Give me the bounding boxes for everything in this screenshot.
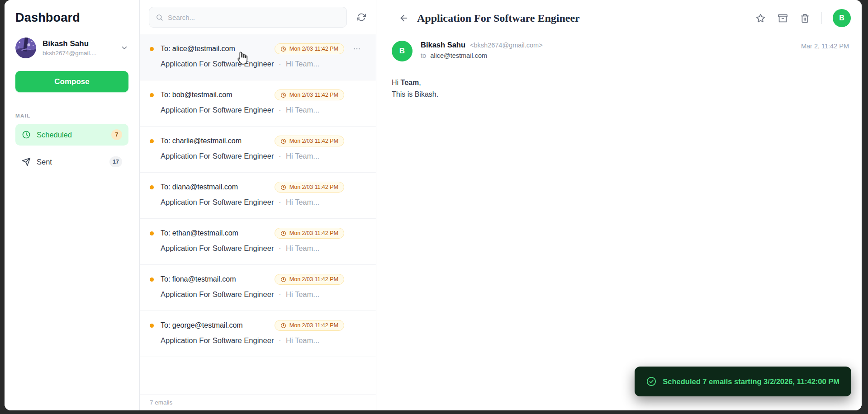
back-button[interactable] (398, 12, 410, 24)
sidebar-item-scheduled[interactable]: Scheduled 7 (15, 124, 128, 146)
email-row-line2: Application For Software Engineer · Hi T… (150, 290, 370, 299)
email-list-item[interactable]: To: alice@testmail.com Mon 2/03 11:42 PM… (140, 34, 376, 80)
star-button[interactable] (755, 13, 766, 24)
email-list: To: alice@testmail.com Mon 2/03 11:42 PM… (140, 34, 376, 395)
email-row-line1: To: charlie@testmail.com Mon 2/03 11:42 … (150, 136, 370, 146)
email-preview: Hi Team... (286, 60, 319, 68)
scheduled-time: Mon 2/03 11:42 PM (289, 276, 338, 282)
scheduled-dot-icon (150, 139, 154, 143)
email-recipient: To: charlie@testmail.com (161, 137, 242, 145)
body-line: This is Bikash. (392, 89, 849, 100)
scheduled-time: Mon 2/03 11:42 PM (289, 138, 338, 144)
email-subject: Application For Software Engineer (161, 198, 274, 206)
email-list-item[interactable]: To: diana@testmail.com Mon 2/03 11:42 PM… (140, 173, 376, 219)
refresh-icon (357, 13, 366, 22)
divider (821, 12, 822, 24)
compose-button[interactable]: Compose (15, 71, 128, 92)
scheduled-dot-icon (150, 324, 154, 328)
trash-icon (800, 14, 810, 23)
email-list-item[interactable]: To: george@testmail.com Mon 2/03 11:42 P… (140, 311, 376, 357)
scheduled-dot-icon (150, 278, 154, 282)
email-list-item[interactable]: To: fiona@testmail.com Mon 2/03 11:42 PM… (140, 265, 376, 311)
email-row-line2: Application For Software Engineer · Hi T… (150, 336, 370, 345)
email-row-line1: To: diana@testmail.com Mon 2/03 11:42 PM (150, 182, 370, 193)
body-greeting: Hi Team, (392, 77, 849, 89)
clock-icon (280, 231, 286, 236)
clock-icon (280, 184, 286, 190)
to-prefix: to (421, 52, 426, 59)
separator-dot: · (279, 290, 281, 298)
arrow-left-icon (399, 13, 409, 23)
scheduled-time-badge: Mon 2/03 11:42 PM (275, 274, 344, 285)
email-subject: Application For Software Engineer (161, 106, 274, 114)
email-row-line2: Application For Software Engineer · Hi T… (150, 152, 370, 160)
scheduled-time-badge: Mon 2/03 11:42 PM (275, 136, 344, 146)
star-icon (756, 14, 765, 23)
toast-notification: Scheduled 7 emails starting 3/2/2026, 11… (635, 367, 851, 396)
ellipsis-icon (353, 45, 361, 53)
mail-subject-title: Application For Software Engineer (417, 12, 580, 24)
email-row-line1: To: ethan@testmail.com Mon 2/03 11:42 PM (150, 228, 370, 239)
email-preview: Hi Team... (286, 106, 319, 114)
separator-dot: · (279, 198, 281, 206)
search-box (149, 7, 347, 28)
header-actions: B (755, 9, 851, 27)
sender-name: Bikash Sahu (421, 41, 465, 49)
email-subject: Application For Software Engineer (161, 152, 274, 160)
sidebar-item-label: Scheduled (37, 131, 111, 139)
email-recipient: To: ethan@testmail.com (161, 229, 238, 237)
email-row-line2: Application For Software Engineer · Hi T… (150, 198, 370, 207)
scheduled-time: Mon 2/03 11:42 PM (289, 184, 338, 190)
chevron-down-icon[interactable] (120, 44, 128, 52)
clock-icon (280, 46, 286, 52)
archive-icon (778, 14, 787, 23)
email-list-item[interactable]: To: charlie@testmail.com Mon 2/03 11:42 … (140, 127, 376, 173)
email-count-footer: 7 emails (140, 395, 376, 410)
email-preview: Hi Team... (286, 244, 319, 252)
toast-message: Scheduled 7 emails starting 3/2/2026, 11… (663, 377, 840, 386)
page-title: Dashboard (15, 11, 128, 25)
scheduled-time: Mon 2/03 11:42 PM (289, 92, 338, 98)
scheduled-time-badge: Mon 2/03 11:42 PM (275, 182, 344, 193)
search-row (140, 0, 376, 34)
send-icon (22, 157, 31, 166)
archive-button[interactable] (777, 13, 788, 24)
app-window: Dashboard Bikash Sahu bksh2674@gmail.... (5, 0, 862, 410)
reader-header: Application For Software Engineer B (376, 0, 862, 35)
account-avatar[interactable]: B (833, 9, 851, 27)
email-list-panel: To: alice@testmail.com Mon 2/03 11:42 PM… (139, 0, 376, 410)
profile-menu[interactable]: Bikash Sahu bksh2674@gmail.... (15, 38, 128, 58)
email-subject: Application For Software Engineer (161, 290, 274, 298)
email-recipient: To: bob@testmail.com (161, 91, 232, 99)
reading-pane: Application For Software Engineer B B B (376, 0, 862, 410)
email-recipient: To: george@testmail.com (161, 321, 243, 329)
search-input[interactable] (168, 14, 340, 21)
user-avatar (15, 38, 36, 58)
scheduled-time: Mon 2/03 11:42 PM (289, 230, 338, 236)
scheduled-dot-icon (150, 93, 154, 97)
scheduled-time-badge: Mon 2/03 11:42 PM (275, 43, 344, 54)
clock-icon (280, 92, 286, 98)
email-subject: Application For Software Engineer (161, 60, 274, 68)
email-list-item[interactable]: To: ethan@testmail.com Mon 2/03 11:42 PM… (140, 219, 376, 265)
clock-icon (22, 130, 31, 139)
refresh-button[interactable] (355, 11, 368, 24)
sidebar-item-sent[interactable]: Sent 17 (15, 151, 128, 173)
email-row-line2: Application For Software Engineer · Hi T… (150, 60, 370, 68)
trash-button[interactable] (799, 13, 811, 24)
scheduled-count-badge: 7 (111, 129, 122, 140)
email-preview: Hi Team... (286, 198, 319, 206)
scheduled-dot-icon (150, 185, 154, 189)
recipient-line: to alice@testmail.com (421, 52, 801, 59)
row-menu-button[interactable] (344, 45, 370, 53)
user-name: Bikash Sahu (43, 39, 120, 48)
clock-icon (280, 277, 286, 282)
email-subject: Application For Software Engineer (161, 336, 274, 344)
separator-dot: · (279, 244, 281, 252)
email-list-item[interactable]: To: bob@testmail.com Mon 2/03 11:42 PM A… (140, 80, 376, 127)
to-address: alice@testmail.com (430, 52, 487, 59)
email-row-line2: Application For Software Engineer · Hi T… (150, 106, 370, 114)
separator-dot: · (279, 152, 281, 160)
scheduled-time: Mon 2/03 11:42 PM (289, 322, 338, 329)
email-recipient: To: alice@testmail.com (161, 45, 235, 53)
